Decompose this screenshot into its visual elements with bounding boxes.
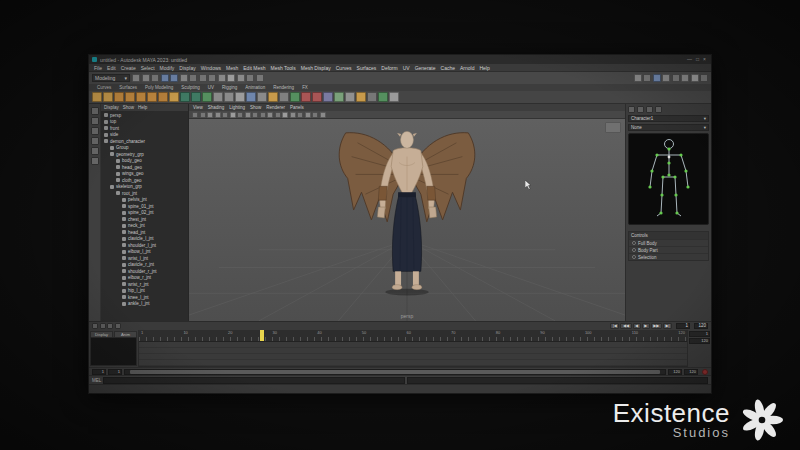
tool-icon[interactable] (91, 117, 99, 125)
shelf-tool-icon[interactable] (290, 92, 300, 102)
viewport-menu-item[interactable]: Lighting (229, 105, 245, 110)
timeline-option-icon[interactable] (92, 323, 98, 329)
status-icon[interactable] (208, 74, 216, 82)
shelf-tool-icon[interactable] (136, 92, 146, 102)
shelf-tool-icon[interactable] (158, 92, 168, 102)
source-dropdown[interactable]: None ▾ (628, 124, 709, 131)
menu-item[interactable]: File (94, 65, 102, 71)
menu-item[interactable]: UV (403, 65, 410, 71)
shelf-tool-icon[interactable] (378, 92, 388, 102)
viewport-toolbar-icon[interactable] (260, 112, 266, 118)
viewport-toolbar-icon[interactable] (312, 112, 318, 118)
shelf-tool-icon[interactable] (169, 92, 179, 102)
anim-start-field[interactable]: 1 (92, 369, 106, 375)
viewport-toolbar-icon[interactable] (245, 112, 251, 118)
playback-button[interactable]: ▶ (642, 323, 650, 329)
status-icon[interactable] (662, 74, 670, 82)
range-slider-handle[interactable] (130, 370, 659, 374)
shelf-tool-icon[interactable] (92, 92, 102, 102)
playback-button[interactable]: |◀ (610, 323, 619, 329)
status-icon[interactable] (199, 74, 207, 82)
viewport-toolbar-icon[interactable] (282, 112, 288, 118)
menu-item[interactable]: Curves (336, 65, 352, 71)
status-icon[interactable] (256, 74, 264, 82)
status-icon[interactable] (672, 74, 680, 82)
timeline-field[interactable]: 120 (689, 338, 710, 344)
viewport-menu-item[interactable]: Renderer (266, 105, 285, 110)
menu-item[interactable]: Cache (441, 65, 455, 71)
status-icon[interactable] (218, 74, 226, 82)
shelf-tool-icon[interactable] (301, 92, 311, 102)
menu-item[interactable]: Windows (201, 65, 221, 71)
status-icon[interactable] (653, 74, 661, 82)
tool-icon[interactable] (91, 147, 99, 155)
status-icon[interactable] (246, 74, 254, 82)
menu-item[interactable]: Arnold (460, 65, 474, 71)
outliner-menu-item[interactable]: Display (104, 105, 119, 110)
playback-button[interactable]: ▶| (663, 323, 672, 329)
menu-item[interactable]: Edit (107, 65, 116, 71)
outliner-menu-item[interactable]: Show (123, 105, 134, 110)
status-icon[interactable] (237, 74, 245, 82)
keying-mode-option[interactable]: Selection (629, 253, 708, 260)
shelf-tool-icon[interactable] (345, 92, 355, 102)
controls-tab-icon[interactable] (628, 106, 635, 113)
viewport-toolbar-icon[interactable] (215, 112, 221, 118)
outliner-menu-item[interactable]: Help (138, 105, 147, 110)
character-dropdown[interactable]: Character1 ▾ (628, 115, 709, 122)
shelf-tool-icon[interactable] (202, 92, 212, 102)
timeline-option-icon[interactable] (100, 323, 106, 329)
menu-item[interactable]: Modify (160, 65, 175, 71)
viewport-toolbar-icon[interactable] (200, 112, 206, 118)
menu-item[interactable]: Mesh Display (301, 65, 331, 71)
character-model[interactable] (327, 123, 487, 301)
viewport-toolbar-icon[interactable] (222, 112, 228, 118)
current-frame-field[interactable]: 1 (676, 323, 690, 329)
keying-mode-option[interactable]: Body Part (629, 246, 708, 253)
tool-icon[interactable] (91, 137, 99, 145)
tool-icon[interactable] (91, 107, 99, 115)
title-bar[interactable]: untitled - Autodesk MAYA 2023: untitled … (89, 55, 711, 64)
tool-icon[interactable] (91, 157, 99, 165)
viewport-menu-item[interactable]: Panels (290, 105, 304, 110)
status-icon[interactable] (189, 74, 197, 82)
shelf-tool-icon[interactable] (191, 92, 201, 102)
shelf-tool-icon[interactable] (356, 92, 366, 102)
menu-set-dropdown[interactable]: Modeling ▾ (92, 74, 130, 82)
status-icon[interactable] (700, 74, 708, 82)
viewport-toolbar-icon[interactable] (275, 112, 281, 118)
definition-tab-icon[interactable] (637, 106, 644, 113)
viewport-toolbar-icon[interactable] (207, 112, 213, 118)
menu-item[interactable]: Mesh (226, 65, 238, 71)
timeline-field[interactable]: 1 (689, 331, 710, 337)
status-icon[interactable] (180, 74, 188, 82)
viewport-toolbar-icon[interactable] (290, 112, 296, 118)
viewport-toolbar-icon[interactable] (297, 112, 303, 118)
menu-item[interactable]: Mesh Tools (271, 65, 296, 71)
playback-end-field[interactable]: 120 (668, 369, 682, 375)
shelf-tool-icon[interactable] (257, 92, 267, 102)
playback-button[interactable]: ◀◀ (620, 323, 631, 329)
menu-item[interactable]: Deform (381, 65, 397, 71)
window-control-button[interactable]: □ (694, 55, 701, 64)
menu-item[interactable]: Help (479, 65, 489, 71)
shelf-tool-icon[interactable] (180, 92, 190, 102)
viewport-toolbar-icon[interactable] (267, 112, 273, 118)
playhead[interactable] (260, 330, 264, 341)
timeline-option-icon[interactable] (107, 323, 113, 329)
auto-key-icon[interactable] (702, 369, 708, 375)
status-icon[interactable] (161, 74, 169, 82)
character-representation[interactable] (628, 133, 709, 225)
shelf-tool-icon[interactable] (389, 92, 399, 102)
viewport-3d[interactable]: persp (189, 119, 625, 321)
menu-item[interactable]: Generate (415, 65, 436, 71)
playback-button[interactable]: ▶▶ (651, 323, 662, 329)
viewport-toolbar-icon[interactable] (305, 112, 311, 118)
shelf-tool-icon[interactable] (224, 92, 234, 102)
shelf-tool-icon[interactable] (334, 92, 344, 102)
shelf-tool-icon[interactable] (312, 92, 322, 102)
range-slider-track[interactable] (124, 369, 666, 375)
command-input[interactable] (103, 377, 404, 384)
menu-item[interactable]: Select (141, 65, 155, 71)
shelf-tool-icon[interactable] (367, 92, 377, 102)
